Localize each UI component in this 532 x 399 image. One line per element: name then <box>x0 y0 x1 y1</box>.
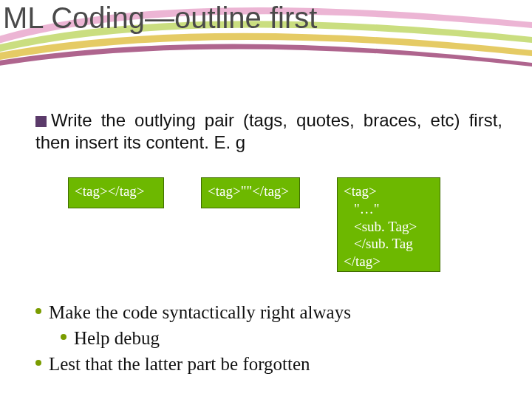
code-text: <tag></tag> <box>75 183 145 199</box>
code-line-2: "…" <box>344 200 434 218</box>
notes-list: Make the code syntactically right always… <box>35 299 502 377</box>
code-line-4: </sub. Tag <box>344 235 434 253</box>
code-line-1: <tag> <box>344 183 377 199</box>
note-item-1a: Help debug <box>61 325 502 351</box>
square-bullet-icon <box>35 116 47 127</box>
code-example-3: <tag> "…" <sub. Tag> </sub. Tag </tag> <box>337 177 440 272</box>
bullet-dot-icon <box>35 360 41 366</box>
main-point-text: Write the outlying pair (tags, quotes, b… <box>35 110 502 152</box>
code-text: <tag>""</tag> <box>208 183 289 199</box>
main-point: Write the outlying pair (tags, quotes, b… <box>35 109 502 154</box>
bullet-dot-icon <box>35 308 41 314</box>
code-line-3: <sub. Tag> <box>344 218 434 236</box>
note-text: Help debug <box>74 325 160 351</box>
note-item-1: Make the code syntactically right always <box>35 299 502 325</box>
note-text: Lest that the latter part be forgotten <box>49 351 310 377</box>
slide-title: ML Coding—outline first <box>3 1 317 35</box>
note-item-2: Lest that the latter part be forgotten <box>35 351 502 377</box>
code-example-1: <tag></tag> <box>68 177 164 208</box>
bullet-dot-icon <box>61 334 66 340</box>
note-text: Make the code syntactically right always <box>49 299 351 325</box>
code-line-5: </tag> <box>344 253 381 269</box>
code-example-2: <tag>""</tag> <box>201 177 300 208</box>
